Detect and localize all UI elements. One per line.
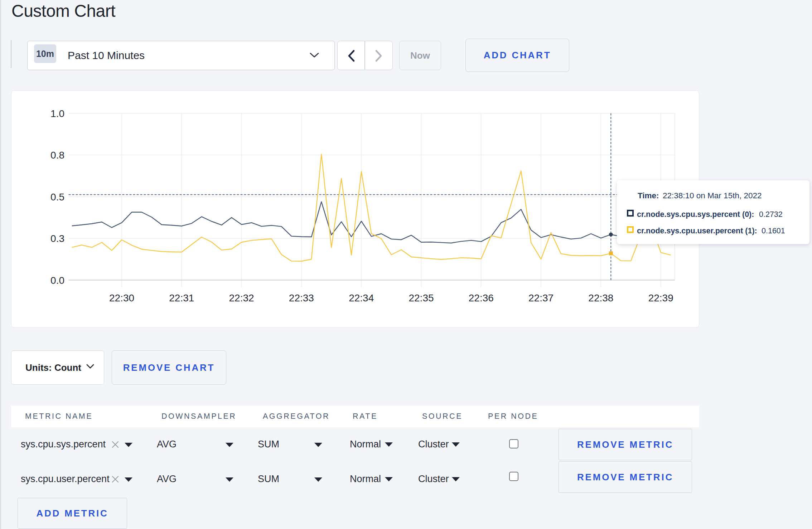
svg-text:22:35: 22:35	[409, 292, 434, 304]
svg-text:22:36: 22:36	[469, 292, 494, 304]
svg-text:1.0: 1.0	[50, 108, 64, 119]
svg-text:22:39: 22:39	[648, 292, 673, 304]
svg-text:22:30: 22:30	[109, 292, 134, 304]
svg-text:22:31: 22:31	[169, 292, 194, 304]
svg-text:22:32: 22:32	[229, 292, 254, 304]
svg-text:22:34: 22:34	[349, 292, 374, 304]
svg-text:0.0: 0.0	[50, 275, 64, 286]
svg-text:0.8: 0.8	[50, 150, 64, 161]
svg-text:22:33: 22:33	[289, 292, 314, 304]
svg-text:22:38: 22:38	[588, 292, 613, 304]
svg-text:0.3: 0.3	[50, 233, 64, 244]
svg-text:0.5: 0.5	[50, 191, 64, 203]
svg-text:22:37: 22:37	[528, 292, 554, 304]
